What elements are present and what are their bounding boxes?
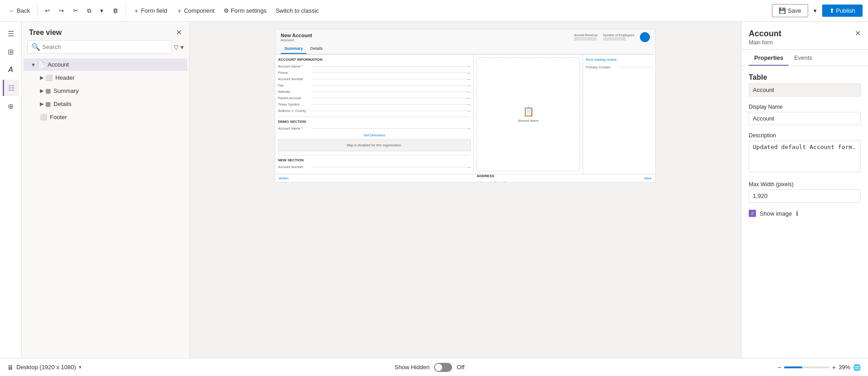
delete-icon: 🗑 xyxy=(112,7,118,14)
error-loading-link[interactable]: Error loading control xyxy=(586,58,653,62)
tree-item-account[interactable]: ▼ 📄 Account xyxy=(24,58,187,71)
tab-details[interactable]: Details xyxy=(307,44,327,54)
tree-item-footer[interactable]: ⬜ Footer xyxy=(22,111,189,124)
publish-button[interactable]: ⬆ Publish xyxy=(822,5,863,17)
footer-save-btn[interactable]: Save xyxy=(644,176,652,180)
save-icon: 💾 xyxy=(779,7,786,14)
rp-title: Account xyxy=(749,29,781,39)
undo-button[interactable]: ↩ xyxy=(41,5,54,16)
tab-properties[interactable]: Properties xyxy=(749,50,789,66)
sidebar: Tree view ✕ 🔍 ▽ ▾ ▼ 📄 Account ▶ ⬜ xyxy=(22,22,190,358)
component-button[interactable]: ＋ Component xyxy=(173,5,218,17)
description-label: Description xyxy=(749,132,861,139)
table-value: Account xyxy=(749,83,861,96)
display-name-input[interactable] xyxy=(749,112,861,125)
zoom-slider[interactable] xyxy=(784,366,829,368)
rp-tabs: Properties Events xyxy=(741,50,868,66)
field-account-number: Account Number — xyxy=(278,77,471,81)
component-label: Component xyxy=(184,7,215,14)
info-icon[interactable]: ℹ xyxy=(796,210,798,217)
main-area: ☰ ⊞ A ☷ ⊕ Tree view ✕ 🔍 ▽ ▾ xyxy=(0,22,868,358)
bottom-center: Show Hidden Off xyxy=(395,363,464,372)
field-demo-account-name: Account Name * — xyxy=(278,126,471,130)
desktop-chevron-icon[interactable]: ▾ xyxy=(79,364,82,370)
form-body: ACCOUNT INFORMATION Account Name * — Pho… xyxy=(275,55,655,174)
form-left-column: ACCOUNT INFORMATION Account Name * — Pho… xyxy=(275,55,474,174)
switch-to-classic-button[interactable]: Switch to classic xyxy=(272,5,322,16)
back-label: Back xyxy=(17,7,30,14)
right-panel: Account Main form ✕ Properties Events Ta… xyxy=(741,22,868,358)
header-expand-icon: ▶ xyxy=(40,75,44,81)
toggle-knob xyxy=(435,364,442,371)
map-disabled-text: Map is disabled for this organization. xyxy=(278,139,471,151)
publish-icon: ⬆ xyxy=(829,7,834,14)
toolbar: ← Back ↩ ↪ ✂ ⧉ ▾ 🗑 ＋ Form field ＋ Compon… xyxy=(0,0,868,22)
footer-action-btn[interactable]: Action xyxy=(279,176,288,180)
save-dropdown-button[interactable]: ▾ xyxy=(810,5,820,16)
nav-grid-button[interactable]: ⊞ xyxy=(3,43,19,60)
field-ticker-symbol: Ticker Symbol — xyxy=(278,102,471,106)
history-dropdown-button[interactable]: ▾ xyxy=(97,5,107,16)
get-directions-link[interactable]: Get Directions xyxy=(278,133,471,137)
nav-menu-button[interactable]: ☰ xyxy=(3,25,19,42)
separator-1 xyxy=(37,5,38,16)
cut-button[interactable]: ✂ xyxy=(69,5,82,16)
tab-events[interactable]: Events xyxy=(789,50,818,66)
plus-icon-1: ＋ xyxy=(133,7,139,15)
form-field-button[interactable]: ＋ Form field xyxy=(130,5,171,17)
filter-button[interactable]: ▽ ▾ xyxy=(174,43,184,51)
account-expand-icon: ▼ xyxy=(31,62,36,67)
layers-icon: ☷ xyxy=(8,84,15,92)
delete-button[interactable]: 🗑 xyxy=(109,5,122,16)
copy-button[interactable]: ⧉ xyxy=(83,5,95,16)
form-tabs: Summary Details xyxy=(281,44,650,54)
tree-item-details[interactable]: ▶ ▦ Details xyxy=(22,97,189,111)
max-width-input[interactable] xyxy=(749,189,861,202)
account-label: Account xyxy=(48,61,69,68)
header-label1: Annual Revenue xyxy=(574,34,598,37)
toolbar-right: 💾 Save ▾ ⬆ Publish xyxy=(772,4,863,17)
tree-item-summary[interactable]: ▶ ▦ Summary xyxy=(22,84,189,97)
summary-icon: ▦ xyxy=(45,87,51,94)
header-label2: Number of Employees xyxy=(603,34,634,37)
timeline-icon: 📋 xyxy=(523,106,534,117)
back-button[interactable]: ← Back xyxy=(5,5,34,16)
tab-summary[interactable]: Summary xyxy=(281,44,307,54)
show-hidden-toggle[interactable] xyxy=(434,363,452,372)
separator-2 xyxy=(126,5,126,16)
save-button[interactable]: 💾 Save xyxy=(772,4,808,17)
nav-components-button[interactable]: ⊕ xyxy=(3,98,19,114)
sidebar-close-button[interactable]: ✕ xyxy=(176,28,182,37)
field-phone: Phone — xyxy=(278,71,471,75)
timeline-box: 📋 Almost there xyxy=(477,58,580,171)
copy-icon: ⧉ xyxy=(87,7,91,14)
details-icon: ▦ xyxy=(45,101,51,107)
form-settings-button[interactable]: ⚙ Form settings xyxy=(220,5,270,16)
text-icon: A xyxy=(8,66,14,74)
save-label: Save xyxy=(788,7,801,14)
zoom-plus-button[interactable]: + xyxy=(832,364,836,371)
redo-button[interactable]: ↪ xyxy=(55,5,68,16)
rp-close-button[interactable]: ✕ xyxy=(855,29,861,38)
display-name-label: Display Name xyxy=(749,104,861,110)
sidebar-header: Tree view ✕ xyxy=(22,22,189,40)
zoom-minus-button[interactable]: − xyxy=(778,364,781,371)
search-input[interactable] xyxy=(42,43,168,50)
check-icon: ✓ xyxy=(751,211,755,217)
rp-body: Table Account Display Name Description U… xyxy=(741,66,868,224)
tree-item-header[interactable]: ▶ ⬜ Header xyxy=(22,71,189,84)
rp-subtitle: Main form xyxy=(749,39,781,46)
show-image-checkbox[interactable]: ✓ xyxy=(749,210,756,217)
description-textarea[interactable]: Updated default Account form. xyxy=(749,140,861,172)
rp-header-text: Account Main form xyxy=(749,29,781,46)
bottom-left: 🖥 Desktop (1920 x 1080) ▾ xyxy=(7,364,82,371)
globe-icon[interactable]: 🌐 xyxy=(853,364,861,371)
address-section: ADDRESS Address 1: Street 1 — Address 1:… xyxy=(477,174,580,183)
display-name-section: Display Name xyxy=(749,104,861,125)
cut-icon: ✂ xyxy=(73,7,78,14)
table-section-label: Table xyxy=(749,73,861,82)
bottom-right: − + 39% 🌐 xyxy=(778,364,861,371)
nav-layers-button[interactable]: ☷ xyxy=(3,80,19,96)
new-section-title: New Section xyxy=(278,158,471,162)
nav-text-button[interactable]: A xyxy=(3,62,19,78)
